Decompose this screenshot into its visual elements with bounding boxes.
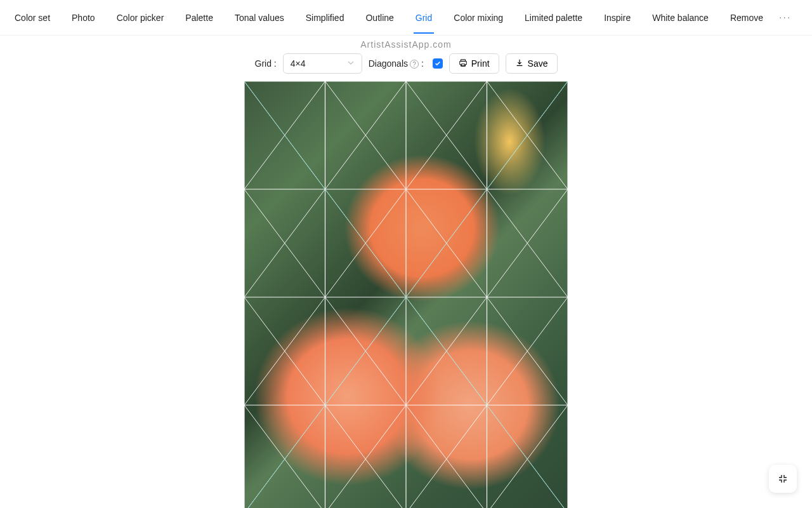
save-button[interactable]: Save <box>506 53 558 74</box>
print-button[interactable]: Print <box>449 53 499 74</box>
tab-color-picker[interactable]: Color picker <box>106 3 175 33</box>
chevron-down-icon <box>347 58 355 69</box>
tabs-more-icon[interactable]: ··· <box>774 7 796 29</box>
tab-bar: Color set Photo Color picker Palette Ton… <box>0 0 812 36</box>
grid-size-select[interactable]: 4×4 <box>283 53 362 74</box>
tab-limited-palette[interactable]: Limited palette <box>514 3 593 33</box>
tab-grid[interactable]: Grid <box>405 3 443 33</box>
tab-color-set[interactable]: Color set <box>4 3 61 33</box>
svg-line-24 <box>244 405 325 508</box>
download-icon <box>515 58 524 69</box>
diagonals-label: Diagonals? : <box>369 58 424 69</box>
grid-size-value: 4×4 <box>291 58 306 69</box>
tab-color-mixing[interactable]: Color mixing <box>443 3 514 33</box>
printer-icon <box>459 58 468 69</box>
tab-simplified[interactable]: Simplified <box>295 3 355 33</box>
grid-canvas <box>244 81 568 508</box>
compress-icon <box>778 474 788 484</box>
diagonals-checkbox[interactable] <box>433 58 443 69</box>
svg-line-31 <box>487 405 568 508</box>
tab-remove[interactable]: Remove <box>719 3 774 33</box>
svg-line-30 <box>487 405 568 508</box>
svg-line-27 <box>325 405 407 508</box>
grid-overlay <box>244 81 568 508</box>
tab-outline[interactable]: Outline <box>355 3 404 33</box>
svg-line-29 <box>406 405 487 508</box>
grid-size-label: Grid : <box>255 58 277 69</box>
watermark-text: ArtistAssistApp.com <box>0 39 812 50</box>
tab-photo[interactable]: Photo <box>61 3 106 33</box>
exit-fullscreen-button[interactable] <box>769 465 797 493</box>
tab-palette[interactable]: Palette <box>174 3 224 33</box>
svg-line-26 <box>325 405 407 508</box>
save-button-label: Save <box>528 58 548 69</box>
help-icon[interactable]: ? <box>410 60 419 69</box>
svg-line-25 <box>244 405 325 508</box>
tab-tonal-values[interactable]: Tonal values <box>224 3 295 33</box>
tab-white-balance[interactable]: White balance <box>641 3 719 33</box>
print-button-label: Print <box>471 58 490 69</box>
grid-toolbar: Grid : 4×4 Diagonals? : Print Save <box>0 53 812 74</box>
svg-line-28 <box>406 405 487 508</box>
tab-inspire[interactable]: Inspire <box>593 3 641 33</box>
